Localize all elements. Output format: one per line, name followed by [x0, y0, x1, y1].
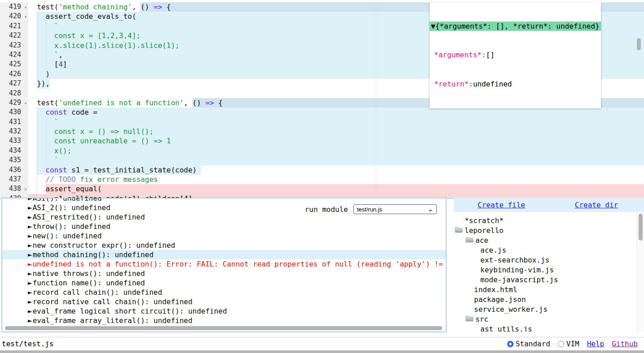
expand-arrow-icon[interactable]: ►: [28, 279, 32, 287]
tree-file-row[interactable]: *scratch*: [454, 216, 637, 226]
file-tree-scrollbar[interactable]: [637, 212, 644, 331]
code-line[interactable]: // TODO fix error messages: [28, 175, 644, 184]
expand-arrow-icon[interactable]: ►: [28, 297, 32, 306]
github-link[interactable]: Github: [612, 340, 638, 348]
fold-marker-icon[interactable]: ▾: [24, 185, 27, 194]
expand-arrow-icon[interactable]: ►: [28, 250, 32, 259]
tree-file-row[interactable]: mode-javascript.js: [454, 275, 637, 285]
editor-scrollbar-thumb[interactable]: [637, 38, 641, 50]
line-number: 428: [9, 89, 21, 97]
test-result-row[interactable]: ►undefined is not a function(): Error: F…: [2, 259, 446, 269]
tree-dir-row[interactable]: src: [454, 314, 637, 324]
test-result-label: ASI(): undefined: [33, 198, 102, 202]
code-line[interactable]: `: [28, 117, 644, 127]
inspector-row[interactable]: *arguments*: []: [430, 50, 601, 60]
code-token: 'undefined is not a function': [58, 99, 183, 107]
horizontal-scrollbar-thumb[interactable]: [5, 326, 442, 330]
code-line[interactable]: assert_equal(: [28, 184, 644, 194]
code-line[interactable]: const code =: [28, 108, 644, 117]
run-module-value: test/run.js: [357, 206, 382, 213]
expand-arrow-icon[interactable]: ►: [28, 316, 32, 325]
tree-dir-row[interactable]: leporello: [454, 226, 637, 236]
code-token: `: [28, 118, 58, 126]
editor-line[interactable]: 434 x();: [0, 146, 644, 155]
line-number-gutter: 426: [0, 69, 28, 79]
expand-arrow-icon[interactable]: ►: [28, 222, 32, 231]
editor-line[interactable]: 432 const x = () => null();: [0, 127, 644, 136]
line-number: 419: [9, 3, 21, 11]
code-token: =>: [205, 99, 214, 107]
test-result-row[interactable]: ►method chaining(): undefined: [2, 250, 446, 259]
expand-arrow-icon[interactable]: ►: [28, 288, 32, 297]
status-bar: test/test.js Standard VIM Help Github: [0, 337, 644, 350]
code-editor[interactable]: 419▾ test('method chaining', () => {420▾…: [0, 0, 644, 199]
horizontal-scrollbar[interactable]: [3, 325, 445, 331]
radio-vim-icon[interactable]: [558, 341, 564, 347]
expand-arrow-icon[interactable]: ►: [28, 203, 32, 212]
run-module-select[interactable]: test/run.js ⌄: [353, 204, 437, 214]
test-result-row[interactable]: ►function name(): undefined: [2, 278, 446, 288]
keybinding-option-standard[interactable]: Standard: [507, 340, 550, 348]
line-number-gutter: 425: [0, 60, 28, 69]
tree-file-row[interactable]: package.json: [454, 295, 637, 305]
tree-file-row[interactable]: ast_utils.js: [454, 324, 637, 331]
code-text: `: [28, 22, 58, 30]
expand-arrow-icon[interactable]: ►: [28, 269, 32, 278]
radio-standard-icon[interactable]: [507, 341, 513, 347]
fold-marker-icon[interactable]: ▾: [24, 99, 27, 108]
line-number-gutter: 428: [0, 89, 28, 98]
code-line[interactable]: const s1 = test_initial_state(code): [28, 165, 644, 175]
test-result-row[interactable]: ►new(): undefined: [2, 231, 446, 241]
code-line[interactable]: const x = () => null();: [28, 127, 644, 136]
expand-arrow-icon[interactable]: ►: [28, 260, 32, 268]
code-line[interactable]: `: [28, 155, 644, 165]
fold-marker-icon[interactable]: ▾: [24, 3, 27, 12]
expand-arrow-icon[interactable]: ►: [28, 198, 32, 202]
expand-arrow-icon[interactable]: ►: [28, 232, 32, 240]
create-file-link[interactable]: Create file: [454, 201, 549, 209]
editor-line[interactable]: 436 const s1 = test_initial_state(code): [0, 165, 644, 175]
inspector-row[interactable]: *return*: undefined: [430, 79, 601, 89]
create-dir-link[interactable]: Create dir: [549, 201, 644, 209]
code-line[interactable]: x();: [28, 146, 644, 155]
test-result-row[interactable]: ►throw(): undefined: [2, 222, 446, 231]
test-result-row[interactable]: ►ASI(): undefined: [2, 198, 446, 203]
test-result-row[interactable]: ►eval_frame array_literal(): undefined: [2, 316, 446, 325]
expand-arrow-icon[interactable]: ►: [28, 307, 32, 315]
code-token: {: [162, 3, 171, 11]
fold-marker-icon[interactable]: ▾: [24, 12, 27, 22]
test-result-row[interactable]: ►native throws(): undefined: [2, 269, 446, 278]
tree-file-row[interactable]: keybinding-vim.js: [454, 265, 637, 275]
editor-line[interactable]: 430 const code =: [0, 108, 644, 117]
tree-file-row[interactable]: ace.js: [454, 245, 637, 255]
help-link[interactable]: Help: [587, 340, 605, 348]
line-number: 432: [9, 127, 21, 135]
editor-line[interactable]: 433 const unreachable = () => 1: [0, 136, 644, 146]
code-token: code =: [67, 108, 97, 116]
inspector-header[interactable]: ▼{*arguments*: [], *return*: undefined}: [430, 22, 601, 31]
editor-line[interactable]: 435 `: [0, 155, 644, 165]
tree-file-row[interactable]: ext-searchbox.js: [454, 255, 637, 265]
expand-arrow-icon[interactable]: ►: [28, 241, 32, 250]
tree-file-row[interactable]: service_worker.js: [454, 305, 637, 314]
test-result-row[interactable]: ►new constructor expr(): undefined: [2, 241, 446, 250]
code-line[interactable]: const unreachable = () => 1: [28, 136, 644, 146]
tree-file-row[interactable]: index.html: [454, 285, 637, 295]
expand-arrow-icon[interactable]: ►: [28, 213, 32, 221]
test-result-row[interactable]: ►eval_frame logical short circuit(): und…: [2, 306, 446, 316]
line-number: 429: [9, 99, 21, 107]
test-result-row[interactable]: ►record native call chain(): undefined: [2, 297, 446, 306]
tree-dir-row[interactable]: ace: [454, 236, 637, 245]
evaluation-highlight: [37, 146, 644, 155]
editor-line[interactable]: 438▾ assert_equal(: [0, 184, 644, 194]
code-token: test(: [28, 3, 58, 11]
test-result-row[interactable]: ►record call chain(): undefined: [2, 288, 446, 297]
file-tree-scrollbar-thumb[interactable]: [639, 214, 643, 241]
keybinding-option-vim[interactable]: VIM: [558, 340, 579, 348]
test-results-panel: ►ASI(): undefined►ASI_2(): undefined►ASI…: [1, 198, 447, 332]
window-bottom-edge: [0, 350, 644, 353]
editor-line[interactable]: 431 `: [0, 117, 644, 127]
code-token: , (): [184, 99, 205, 107]
folder-icon: [466, 314, 474, 324]
editor-line[interactable]: 437 // TODO fix error messages: [0, 175, 644, 184]
